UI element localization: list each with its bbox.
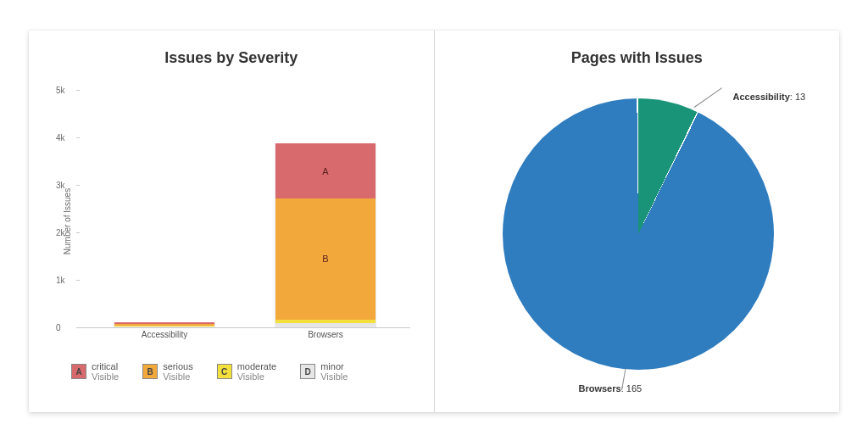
pie-label-accessibility: Accessibility: 13 [733,92,806,102]
pie-label-browsers: Browsers: 165 [579,383,643,394]
legend-name: critical [92,361,118,371]
y-tick: 5k [56,86,65,95]
leader-line [693,87,721,108]
bar-segment-minor [114,326,214,327]
y-tick: 2k [56,228,65,237]
y-tick: 1k [56,276,65,285]
legend-item-serious[interactable]: B seriousVisible [142,361,192,382]
pie-graphic [503,98,774,370]
bar-browsers: BA [275,144,376,327]
y-tick: 0 [56,323,61,332]
legend-swatch-icon: C [217,364,232,379]
y-axis-label: Number of Issues [63,188,72,254]
legend-name: moderate [237,361,276,371]
pie-label-name: Browsers [579,383,621,394]
bar-segment-critical [114,322,214,324]
legend-name: serious [163,361,192,371]
pie-label-value: 13 [795,92,805,102]
legend-swatch-icon: B [142,364,158,379]
legend-name: minor [320,361,344,371]
legend-sub: Visible [320,371,348,382]
legend-item-critical[interactable]: A criticalVisible [71,361,119,382]
issues-by-severity-panel: Issues by Severity Number of Issues 0 1k… [29,31,434,412]
pie-chart-title: Pages with Issues [435,49,840,67]
bar-segment-moderate [114,326,214,327]
bar-segment-minor [275,323,376,327]
x-category-label: Accessibility [114,330,215,339]
x-category-label: Browsers [275,330,376,339]
legend-item-moderate[interactable]: C moderateVisible [217,361,276,382]
bar-chart-title: Issues by Severity [29,49,434,67]
legend-swatch-icon: A [71,364,86,379]
bar-segment-serious [114,324,214,326]
dashboard-card: Issues by Severity Number of Issues 0 1k… [29,31,839,412]
bar-segment-critical: A [275,143,376,198]
y-tick: 4k [56,133,65,142]
pie-label-name: Accessibility [733,92,790,102]
y-tick: 3k [56,181,65,190]
bar-segment-moderate [275,320,376,323]
bar-chart-plot: 0 1k 2k 3k 4k 5k BA Acc [80,90,410,344]
pie-label-value: 165 [626,383,642,394]
bar-segment-serious: B [275,198,376,320]
legend-item-minor[interactable]: D minorVisible [300,361,348,382]
legend-sub: Visible [237,371,264,382]
bar-accessibility [114,323,215,327]
bar-chart-legend: A criticalVisible B seriousVisible C mod… [71,361,348,382]
pages-with-issues-panel: Pages with Issues Accessibility: 13 Brow… [435,31,840,412]
legend-sub: Visible [163,371,190,382]
legend-sub: Visible [92,371,119,382]
legend-swatch-icon: D [300,364,315,379]
pie-chart: Accessibility: 13 Browsers: 165 [503,98,774,370]
